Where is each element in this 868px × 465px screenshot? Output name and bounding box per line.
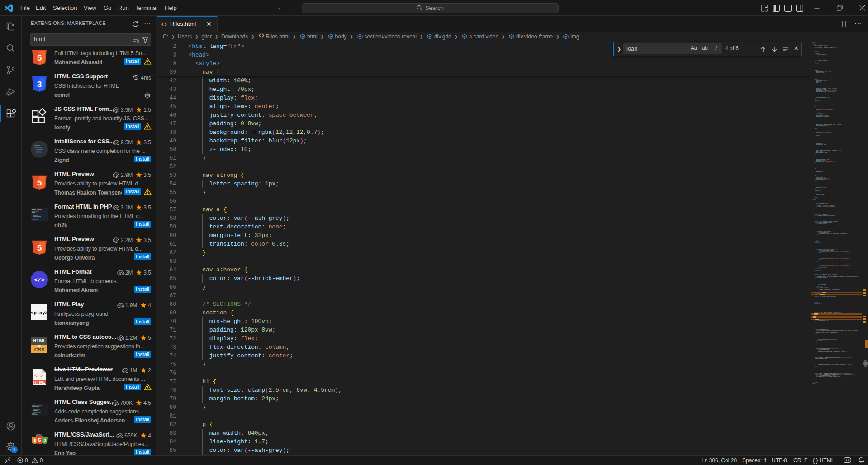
svg-text:J: J — [43, 438, 46, 443]
svg-text:HTML: HTML — [33, 338, 46, 343]
svg-text:5: 5 — [37, 243, 42, 252]
svg-text:<play>: <play> — [31, 310, 48, 316]
svg-text:3: 3 — [37, 80, 42, 89]
svg-text:3: 3 — [33, 438, 36, 443]
svg-text:5: 5 — [38, 437, 41, 443]
svg-text:< >: < > — [34, 373, 43, 379]
svg-text:HTML: HTML — [33, 380, 46, 384]
svg-text:5: 5 — [37, 178, 42, 187]
svg-text:5: 5 — [37, 53, 42, 62]
svg-text:</>: </> — [34, 277, 45, 284]
svg-text:CSS: CSS — [34, 347, 45, 352]
svg-text:HTML: HTML — [36, 434, 43, 437]
